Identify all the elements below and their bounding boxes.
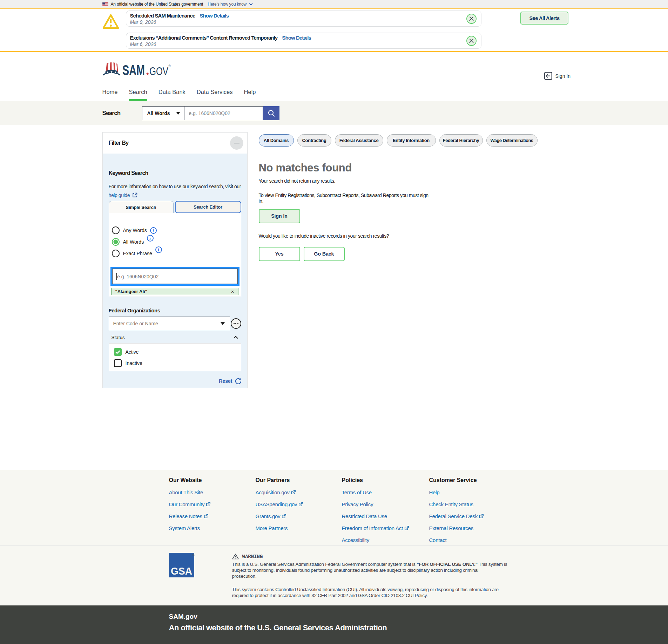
svg-text:®: ® [192, 554, 195, 557]
svg-text:GOV: GOV [149, 65, 168, 76]
svg-text:GSA: GSA [171, 565, 192, 577]
svg-text:®: ® [168, 64, 171, 68]
svg-text:SAM: SAM [122, 62, 145, 76]
